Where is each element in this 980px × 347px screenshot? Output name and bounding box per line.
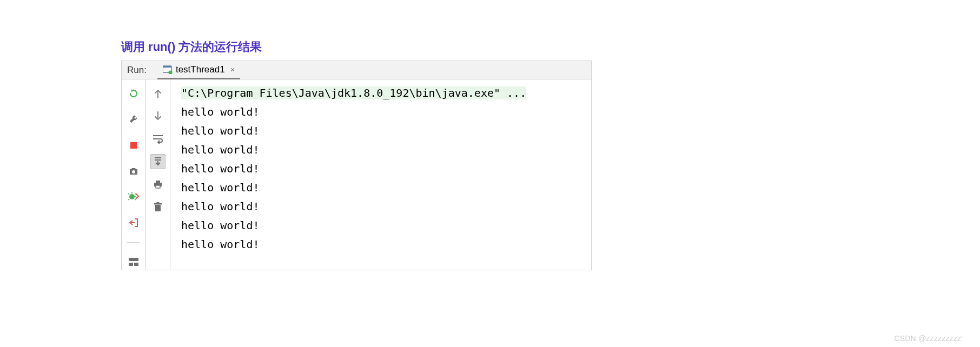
- console-line: hello world!: [181, 141, 585, 159]
- svg-rect-14: [157, 202, 160, 203]
- console-line: hello world!: [181, 216, 585, 235]
- console-line: hello world!: [181, 197, 585, 216]
- arrow-down-icon[interactable]: [150, 109, 165, 124]
- console-line: hello world!: [181, 122, 585, 141]
- svg-rect-7: [129, 263, 133, 266]
- svg-rect-13: [154, 203, 162, 205]
- svg-rect-1: [163, 66, 171, 68]
- panel-body: "C:\Program Files\Java\jdk1.8.0_192\bin\…: [122, 79, 591, 270]
- svg-rect-12: [155, 205, 161, 211]
- tab-testthread1[interactable]: testThread1 ×: [157, 62, 241, 79]
- console-line: hello world!: [181, 235, 585, 254]
- trash-icon[interactable]: [150, 199, 165, 215]
- page-title: 调用 run() 方法的运行结果: [121, 39, 592, 55]
- console-output[interactable]: "C:\Program Files\Java\jdk1.8.0_192\bin\…: [170, 79, 591, 270]
- command-line: "C:\Program Files\Java\jdk1.8.0_192\bin\…: [181, 86, 526, 99]
- rerun-icon[interactable]: [126, 86, 141, 101]
- tab-label: testThread1: [176, 64, 225, 75]
- bug-debug-icon[interactable]: [126, 189, 141, 204]
- svg-rect-10: [156, 181, 160, 183]
- console-line: hello world!: [181, 178, 585, 197]
- layout-icon[interactable]: [126, 255, 141, 270]
- print-icon[interactable]: [150, 177, 165, 192]
- scroll-to-end-icon[interactable]: [150, 154, 165, 169]
- right-gutter: [146, 79, 170, 270]
- svg-rect-6: [129, 258, 138, 261]
- svg-rect-8: [134, 263, 138, 266]
- camera-icon[interactable]: [126, 164, 141, 179]
- svg-point-4: [132, 170, 135, 174]
- left-gutter: [122, 79, 146, 270]
- panel-header: Run: testThread1 ×: [122, 61, 591, 79]
- svg-point-5: [129, 194, 135, 199]
- console-line: hello world!: [181, 103, 585, 122]
- exit-icon[interactable]: [126, 215, 141, 230]
- svg-rect-11: [156, 185, 160, 188]
- watermark: CSDN @zzzzzzzzz': [894, 334, 963, 343]
- console-line: hello world!: [181, 159, 585, 178]
- application-icon: [163, 65, 173, 74]
- wrench-icon[interactable]: [126, 112, 141, 127]
- run-tool-window: Run: testThread1 ×: [121, 61, 592, 270]
- run-label: Run:: [127, 65, 147, 76]
- soft-wrap-icon[interactable]: [150, 131, 165, 146]
- svg-rect-3: [130, 142, 137, 149]
- stop-icon[interactable]: [126, 138, 141, 153]
- arrow-up-icon[interactable]: [150, 86, 165, 101]
- close-icon[interactable]: ×: [230, 65, 235, 74]
